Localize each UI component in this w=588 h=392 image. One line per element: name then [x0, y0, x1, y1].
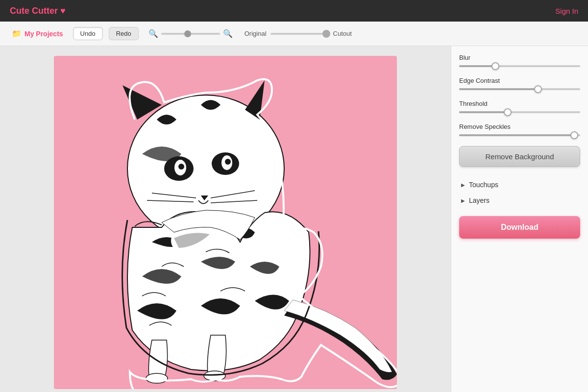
view-slider[interactable]	[270, 33, 329, 35]
edge-contrast-label: Edge Contrast	[459, 77, 580, 84]
edge-contrast-slider-group: Edge Contrast	[459, 77, 580, 90]
logo-text: Cute Cutter	[10, 6, 58, 16]
blur-slider-group: Blur	[459, 54, 580, 67]
svg-point-7	[178, 164, 184, 170]
blur-slider[interactable]	[459, 65, 580, 67]
my-projects-label: My Projects	[24, 30, 63, 38]
touchups-label: Touchups	[469, 181, 498, 189]
remove-speckles-fill	[459, 134, 574, 136]
sign-in-button[interactable]: Sign In	[555, 7, 578, 15]
download-button[interactable]: Download	[459, 216, 580, 239]
zoom-controls: 🔍 🔍	[148, 29, 233, 38]
remove-background-button[interactable]: Remove Background	[459, 146, 580, 167]
remove-speckles-slider[interactable]	[459, 134, 580, 136]
blur-label: Blur	[459, 54, 580, 61]
toolbar: 📁 My Projects Undo Redo 🔍 🔍 Original Cut…	[0, 22, 588, 46]
cutout-label: Cutout	[333, 30, 352, 37]
edge-contrast-fill	[459, 88, 538, 90]
cat-illustration	[54, 56, 397, 389]
my-projects-button[interactable]: 📁 My Projects	[8, 27, 67, 40]
view-toggle: Original Cutout	[245, 30, 352, 37]
threshold-slider-group: Threshold	[459, 100, 580, 113]
edge-contrast-slider[interactable]	[459, 88, 580, 90]
redo-button[interactable]: Redo	[109, 27, 139, 40]
zoom-slider-thumb	[184, 30, 191, 37]
header: Cute Cutter ♥ Sign In	[0, 0, 588, 22]
undo-button[interactable]: Undo	[73, 27, 103, 40]
logo: Cute Cutter ♥	[10, 6, 66, 16]
canvas-area	[0, 46, 451, 392]
zoom-slider[interactable]	[161, 33, 220, 35]
view-slider-thumb	[322, 30, 330, 38]
logo-heart: ♥	[60, 6, 66, 16]
remove-speckles-label: Remove Speckles	[459, 123, 580, 130]
threshold-thumb	[504, 108, 512, 116]
image-container	[54, 56, 397, 389]
layers-collapsible[interactable]: ▶ Layers	[459, 193, 580, 208]
original-label: Original	[245, 30, 267, 37]
folder-icon: 📁	[12, 29, 22, 38]
threshold-slider[interactable]	[459, 111, 580, 113]
right-panel: Blur Edge Contrast Threshold Remove Sp	[451, 46, 588, 392]
layers-triangle-icon: ▶	[461, 198, 465, 203]
edge-contrast-thumb	[534, 85, 542, 93]
threshold-label: Threshold	[459, 100, 580, 107]
remove-speckles-thumb	[570, 131, 578, 139]
blur-slider-fill	[459, 65, 495, 67]
svg-point-8	[225, 159, 231, 165]
main-area: Blur Edge Contrast Threshold Remove Sp	[0, 46, 588, 392]
blur-slider-thumb	[491, 62, 499, 70]
touchups-triangle-icon: ▶	[461, 182, 465, 188]
threshold-fill	[459, 111, 508, 113]
remove-speckles-slider-group: Remove Speckles	[459, 123, 580, 136]
zoom-out-icon[interactable]: 🔍	[148, 29, 158, 38]
zoom-in-icon[interactable]: 🔍	[223, 29, 233, 38]
touchups-collapsible[interactable]: ▶ Touchups	[459, 177, 580, 193]
layers-label: Layers	[469, 196, 490, 204]
